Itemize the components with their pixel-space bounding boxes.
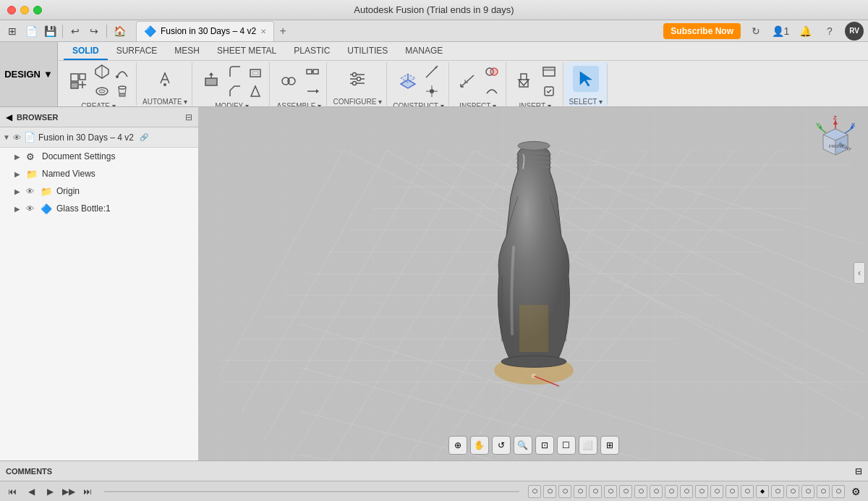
eye-icon[interactable]: 👁 <box>26 187 38 195</box>
parameters-button[interactable] <box>344 66 370 92</box>
minimize-button[interactable] <box>20 6 29 14</box>
timeline-next-button[interactable]: ▶▶ <box>61 484 77 500</box>
rigid-group-button[interactable] <box>303 62 322 81</box>
interference-button[interactable] <box>482 62 501 81</box>
timeline-step[interactable]: ⬡ <box>634 485 647 498</box>
timeline-end-button[interactable]: ⏭ <box>80 484 95 500</box>
timeline-step[interactable]: ⬡ <box>528 485 541 498</box>
apps-button[interactable]: ⊞ <box>4 23 20 39</box>
motion-link-button[interactable] <box>303 82 322 101</box>
timeline-step[interactable]: ⬡ <box>695 485 708 498</box>
point-button[interactable] <box>422 82 441 101</box>
draft-button[interactable] <box>246 82 265 101</box>
maximize-button[interactable] <box>33 6 42 14</box>
timeline-step[interactable]: ⬡ <box>665 485 678 498</box>
timeline-step[interactable]: ⬡ <box>726 485 739 498</box>
timeline-step[interactable]: ⬡ <box>832 485 845 498</box>
nav-visual-style-button[interactable]: ⬜ <box>579 436 597 455</box>
timeline-prev-button[interactable]: ◀ <box>23 484 39 500</box>
sweep-button[interactable] <box>113 62 132 81</box>
nav-zoom-button[interactable]: 🔍 <box>514 436 532 455</box>
tab-plastic[interactable]: PLASTIC <box>285 42 339 60</box>
timeline-step[interactable]: ⬡ <box>680 485 693 498</box>
right-panel-expand[interactable]: ‹ <box>854 262 865 284</box>
refresh-button[interactable]: ↻ <box>746 22 765 41</box>
curvature-button[interactable] <box>482 82 501 101</box>
insert-derive-button[interactable] <box>512 68 538 94</box>
eye-icon[interactable]: 👁 <box>26 204 38 213</box>
tab-utilities[interactable]: UTILITIES <box>339 42 396 60</box>
timeline-step[interactable]: ⬡ <box>543 485 556 498</box>
browser-item-named-views[interactable]: ▶ 📁 Named Views <box>0 165 198 182</box>
nav-zoom-fit-button[interactable]: ⊡ <box>535 436 554 455</box>
press-pull-button[interactable] <box>198 68 224 94</box>
browser-item-doc-settings[interactable]: ▶ ⚙ Document Settings <box>0 148 198 165</box>
measure-button[interactable] <box>455 68 481 94</box>
new-component-button[interactable] <box>65 68 91 94</box>
settings-button[interactable]: ⚙ <box>848 484 864 500</box>
nav-pivot-button[interactable]: ⊕ <box>448 436 467 455</box>
tab-close-button[interactable]: ✕ <box>260 28 266 35</box>
timeline-start-button[interactable]: ⏮ <box>4 484 20 500</box>
canvas-button[interactable] <box>540 62 558 81</box>
view-cube[interactable]: FRONT RIGHT X Y Z <box>810 114 861 165</box>
browser-item-glass-bottle[interactable]: ▶ 👁 🔷 Glass Bottle:1 <box>0 200 198 217</box>
loft-button[interactable] <box>113 82 132 101</box>
joint-button[interactable] <box>276 68 302 94</box>
browser-back-button[interactable]: ◀ <box>6 112 12 122</box>
chamfer-button[interactable] <box>226 82 244 101</box>
timeline-step[interactable]: ⬡ <box>786 485 799 498</box>
timeline-step[interactable]: ⬡ <box>589 485 602 498</box>
nav-pan-button[interactable]: ✋ <box>470 436 489 455</box>
axis-button[interactable] <box>422 62 441 81</box>
offset-plane-button[interactable] <box>395 68 421 94</box>
timeline-step[interactable]: ⬡ <box>619 485 632 498</box>
browser-root-item[interactable]: ▼ 👁 📄 Fusion in 30 Days – 4 v2 🔗 <box>0 127 198 148</box>
fillet-button[interactable] <box>226 62 244 81</box>
timeline-play-button[interactable]: ▶ <box>42 484 58 500</box>
nav-display-mode-button[interactable]: ☐ <box>557 436 576 455</box>
tab-surface[interactable]: SURFACE <box>108 42 166 60</box>
subscribe-button[interactable]: Subscribe Now <box>663 23 741 39</box>
close-button[interactable] <box>7 6 16 14</box>
nav-orbit-button[interactable]: ↺ <box>492 436 511 455</box>
select-button[interactable] <box>573 66 599 92</box>
redo-button[interactable]: ↪ <box>86 23 102 39</box>
file-button[interactable]: 📄 <box>23 23 39 39</box>
timeline-step[interactable]: ⬡ <box>741 485 754 498</box>
save-button[interactable]: 💾 <box>42 23 58 39</box>
decal-button[interactable] <box>540 82 558 101</box>
timeline-step[interactable]: ◆ <box>756 485 769 498</box>
browser-close-button[interactable]: ⊟ <box>185 112 192 122</box>
browser-item-origin[interactable]: ▶ 👁 📁 Origin <box>0 182 198 200</box>
timeline-step[interactable]: ⬡ <box>801 485 814 498</box>
timeline-step[interactable]: ⬡ <box>817 485 830 498</box>
document-tab[interactable]: 🔷 Fusion in 30 Days – 4 v2 ✕ <box>136 21 274 41</box>
root-eye-icon[interactable]: 👁 <box>13 133 21 142</box>
tab-solid[interactable]: SOLID <box>64 42 108 60</box>
timeline-step[interactable]: ⬡ <box>604 485 617 498</box>
comments-close-button[interactable]: ⊟ <box>855 466 862 476</box>
viewport[interactable]: FRONT RIGHT X Y Z ⊕ ✋ ↺ 🔍 ⊡ ☐ ⬜ ⊞ ‹ <box>199 107 868 460</box>
timeline-track[interactable] <box>104 491 519 492</box>
user-avatar[interactable]: RV <box>845 22 864 41</box>
timeline-step[interactable]: ⬡ <box>558 485 571 498</box>
nav-grid-button[interactable]: ⊞ <box>600 436 619 455</box>
root-external-link-icon[interactable]: 🔗 <box>140 133 148 141</box>
tab-manage[interactable]: MANAGE <box>396 42 451 60</box>
timeline-step[interactable]: ⬡ <box>574 485 587 498</box>
tab-sheet-metal[interactable]: SHEET METAL <box>208 42 285 60</box>
user-count-button[interactable]: 👤 1 <box>771 22 790 41</box>
timeline-step[interactable]: ⬡ <box>650 485 663 498</box>
timeline-step[interactable]: ⬡ <box>771 485 784 498</box>
timeline-step[interactable]: ⬡ <box>710 485 723 498</box>
help-button[interactable]: ? <box>820 22 839 41</box>
notifications-button[interactable]: 🔔 <box>796 22 814 41</box>
shell-button[interactable] <box>246 62 265 81</box>
extrude-button[interactable] <box>93 62 111 81</box>
undo-button[interactable]: ↩ <box>67 23 83 39</box>
automate-button[interactable] <box>152 66 178 92</box>
revolve-button[interactable] <box>93 82 111 101</box>
tab-mesh[interactable]: MESH <box>166 42 208 60</box>
design-mode-button[interactable]: DESIGN ▼ <box>0 42 58 106</box>
